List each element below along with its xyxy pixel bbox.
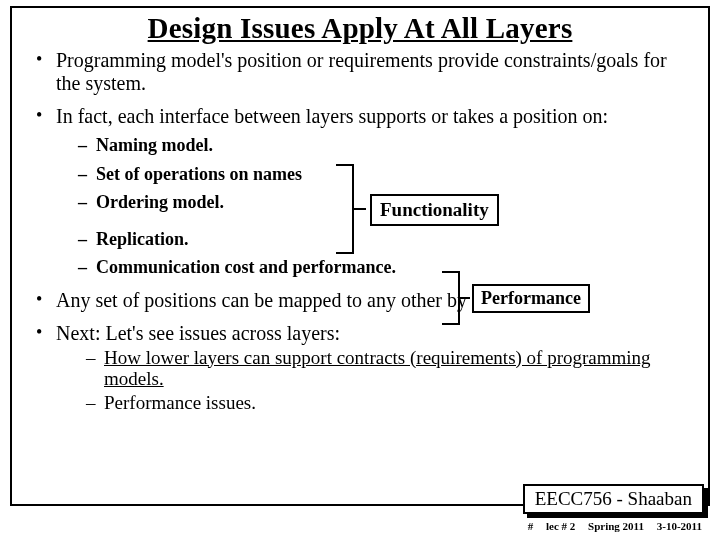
bullet-2: In fact, each interface between layers s…: [36, 105, 690, 279]
sub-naming: Naming model.: [78, 134, 690, 157]
sub-operations: Set of operations on names: [78, 163, 690, 186]
footer-pageno: #: [528, 520, 534, 532]
bullet-1: Programming model's position or requirem…: [36, 49, 690, 95]
bullet-4-text: Next: Let's see issues across layers:: [56, 322, 340, 344]
bracket-functionality-stem: [354, 208, 366, 210]
bullet-3: Any set of positions can be mapped to an…: [36, 289, 690, 312]
sub-commcost: Communication cost and performance.: [78, 256, 690, 279]
label-performance: Performance: [472, 284, 590, 313]
bullet-2-text: In fact, each interface between layers s…: [56, 105, 608, 127]
bracket-functionality: [336, 164, 354, 254]
bullet-4-sublist: How lower layers can support contracts (…: [56, 347, 690, 415]
sub-replication: Replication.: [78, 228, 690, 251]
bullet-list: Programming model's position or requirem…: [30, 49, 690, 414]
footer-badge: EECC756 - Shaaban: [523, 484, 704, 514]
sub-lowerlayers: How lower layers can support contracts (…: [86, 347, 690, 391]
sub-perfissues: Performance issues.: [86, 392, 690, 414]
footer-date: 3-10-2011: [657, 520, 702, 532]
slide-title: Design Issues Apply At All Layers: [30, 12, 690, 45]
label-functionality: Functionality: [370, 194, 499, 226]
footer-term: Spring 2011: [588, 520, 644, 532]
footer-lec: lec # 2: [546, 520, 575, 532]
bracket-performance: [442, 271, 460, 325]
slide-frame: Design Issues Apply At All Layers Progra…: [10, 6, 710, 506]
slide: Design Issues Apply At All Layers Progra…: [0, 0, 720, 540]
bullet-4: Next: Let's see issues across layers: Ho…: [36, 322, 690, 415]
bracket-performance-stem: [460, 297, 470, 299]
sub-lowerlayers-text: How lower layers can support contracts (…: [104, 347, 651, 390]
footer-course: EECC756 - Shaaban: [523, 484, 704, 514]
footer-line: # lec # 2 Spring 2011 3-10-2011: [518, 520, 702, 532]
